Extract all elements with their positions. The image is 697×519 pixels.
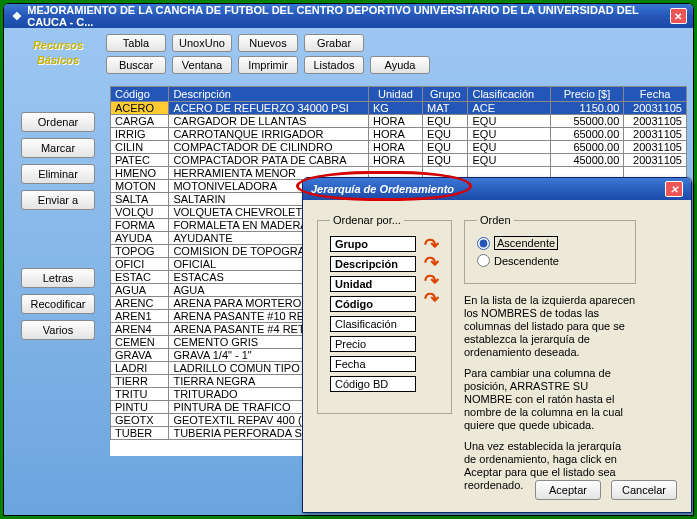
cell-unidad: HORA [368, 141, 422, 154]
arrow-icon: ↷ [424, 274, 439, 290]
window-title: MEJORAMIENTO DE LA CANCHA DE FUTBOL DEL … [27, 4, 670, 28]
cell-fecha: 20031105 [624, 154, 687, 167]
buscar-button[interactable]: Buscar [106, 56, 166, 74]
col-header-clasificacion[interactable]: Clasificación [468, 87, 550, 102]
cell-grupo: EQU [423, 128, 468, 141]
cell-codigo: HMENO [111, 167, 169, 180]
order-field[interactable]: Descripción [330, 256, 416, 272]
radio-descendente[interactable]: Descendente [477, 254, 623, 267]
varios-button[interactable]: Varios [21, 320, 95, 340]
col-header-fecha[interactable]: Fecha [624, 87, 687, 102]
cell-codigo: AREN1 [111, 310, 169, 323]
cell-grupo: MAT [423, 102, 468, 115]
module-logo: Recursos Básicos [10, 34, 106, 78]
order-field[interactable]: Código [330, 296, 416, 312]
cell-grupo: EQU [423, 141, 468, 154]
arrow-icon: ↷ [424, 292, 439, 308]
cell-precio: 45000.00 [550, 154, 624, 167]
cell-desc: CARROTANQUE IRRIGADOR [169, 128, 369, 141]
orden-group: Orden Ascendente Descendente [464, 214, 636, 284]
nuevos-button[interactable]: Nuevos [238, 34, 298, 52]
app-icon: ❖ [10, 9, 23, 23]
unoxuno-button[interactable]: UnoxUno [172, 34, 232, 52]
ordenar-por-group: Ordenar por... GrupoDescripciónUnidadCód… [317, 214, 452, 414]
cell-desc: ACERO DE REFUERZO 34000 PSI [169, 102, 369, 115]
order-field[interactable]: Clasificación [330, 316, 416, 332]
cell-fecha: 20031105 [624, 102, 687, 115]
cell-codigo: AREN4 [111, 323, 169, 336]
reorder-arrows: ↷ ↷ ↷ ↷ [424, 236, 439, 392]
col-header-precio[interactable]: Precio [$] [550, 87, 624, 102]
toolbar-row-2: Buscar Ventana Imprimir Listados Ayuda [106, 56, 687, 74]
toolbar-row-1: Tabla UnoxUno Nuevos Grabar [106, 34, 687, 52]
order-field[interactable]: Unidad [330, 276, 416, 292]
cell-fecha: 20031105 [624, 115, 687, 128]
enviar-button[interactable]: Enviar a [21, 190, 95, 210]
table-row[interactable]: CILINCOMPACTADOR DE CILINDROHORAEQUEQU65… [111, 141, 687, 154]
side-toolbar: Ordenar Marcar Eliminar Enviar a Letras … [10, 86, 106, 456]
col-header-codigo[interactable]: Código [111, 87, 169, 102]
order-field[interactable]: Precio [330, 336, 416, 352]
ayuda-button[interactable]: Ayuda [370, 56, 430, 74]
col-header-unidad[interactable]: Unidad [368, 87, 422, 102]
cell-codigo: OFICI [111, 258, 169, 271]
cell-codigo: CARGA [111, 115, 169, 128]
cell-grupo: EQU [423, 115, 468, 128]
dialog-title: Jerarquía de Ordenamiento [311, 183, 454, 195]
cancelar-button[interactable]: Cancelar [611, 480, 677, 500]
cell-codigo: ESTAC [111, 271, 169, 284]
cell-codigo: TUBER [111, 427, 169, 440]
order-field[interactable]: Código BD [330, 376, 416, 392]
cell-codigo: ACERO [111, 102, 169, 115]
cell-codigo: GEOTX [111, 414, 169, 427]
tabla-button[interactable]: Tabla [106, 34, 166, 52]
order-field[interactable]: Fecha [330, 356, 416, 372]
cell-clas: EQU [468, 128, 550, 141]
radio-ascendente[interactable]: Ascendente [477, 236, 623, 250]
titlebar[interactable]: ❖ MEJORAMIENTO DE LA CANCHA DE FUTBOL DE… [4, 4, 693, 28]
radio-descendente-input[interactable] [477, 254, 490, 267]
table-row[interactable]: CARGACARGADOR DE LLANTASHORAEQUEQU55000.… [111, 115, 687, 128]
cell-codigo: GRAVA [111, 349, 169, 362]
col-header-grupo[interactable]: Grupo [423, 87, 468, 102]
eliminar-button[interactable]: Eliminar [21, 164, 95, 184]
cell-clas: EQU [468, 141, 550, 154]
table-row[interactable]: IRRIGCARROTANQUE IRRIGADORHORAEQUEQU6500… [111, 128, 687, 141]
cell-unidad: HORA [368, 154, 422, 167]
col-header-descripcion[interactable]: Descripción [169, 87, 369, 102]
ordenar-button[interactable]: Ordenar [21, 112, 95, 132]
order-field[interactable]: Grupo [330, 236, 416, 252]
cell-clas: ACE [468, 102, 550, 115]
cell-unidad: HORA [368, 115, 422, 128]
table-row[interactable]: ACEROACERO DE REFUERZO 34000 PSIKGMATACE… [111, 102, 687, 115]
dialog-close-icon[interactable]: ✕ [665, 181, 683, 197]
grabar-button[interactable]: Grabar [304, 34, 364, 52]
dialog-titlebar[interactable]: Jerarquía de Ordenamiento ✕ [303, 178, 691, 200]
order-dialog: Jerarquía de Ordenamiento ✕ Ordenar por.… [302, 177, 692, 513]
cell-precio: 65000.00 [550, 141, 624, 154]
marcar-button[interactable]: Marcar [21, 138, 95, 158]
letras-button[interactable]: Letras [21, 268, 95, 288]
recodificar-button[interactable]: Recodificar [21, 294, 95, 314]
cell-codigo: CILIN [111, 141, 169, 154]
cell-codigo: SALTA [111, 193, 169, 206]
cell-clas: EQU [468, 115, 550, 128]
ventana-button[interactable]: Ventana [172, 56, 232, 74]
cell-desc: COMPACTADOR DE CILINDRO [169, 141, 369, 154]
radio-ascendente-input[interactable] [477, 237, 490, 250]
cell-unidad: HORA [368, 128, 422, 141]
cell-codigo: VOLQU [111, 206, 169, 219]
cell-codigo: AYUDA [111, 232, 169, 245]
cell-precio: 65000.00 [550, 128, 624, 141]
imprimir-button[interactable]: Imprimir [238, 56, 298, 74]
cell-precio: 55000.00 [550, 115, 624, 128]
close-icon[interactable]: ✕ [670, 8, 687, 24]
cell-codigo: MOTON [111, 180, 169, 193]
cell-codigo: CEMEN [111, 336, 169, 349]
cell-codigo: TIERR [111, 375, 169, 388]
aceptar-button[interactable]: Aceptar [535, 480, 601, 500]
cell-unidad: KG [368, 102, 422, 115]
table-row[interactable]: PATECCOMPACTADOR PATA DE CABRAHORAEQUEQU… [111, 154, 687, 167]
cell-codigo: TOPOG [111, 245, 169, 258]
listados-button[interactable]: Listados [304, 56, 364, 74]
